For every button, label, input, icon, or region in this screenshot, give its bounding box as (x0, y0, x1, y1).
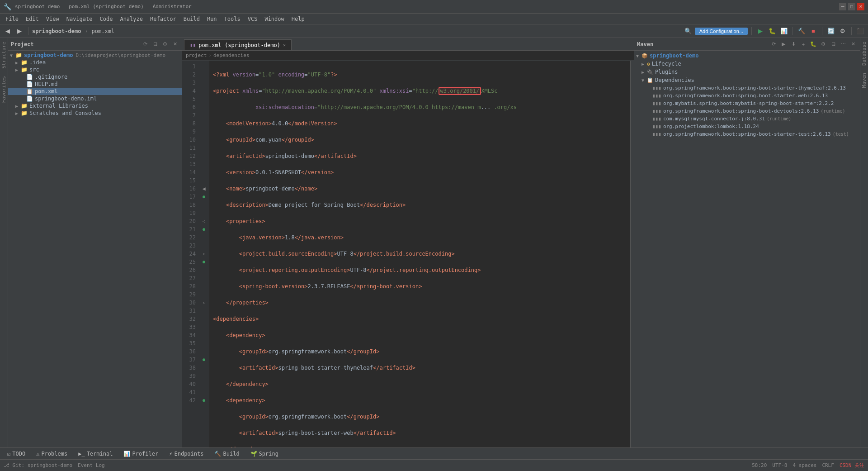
maven-collapse-button[interactable]: ⊟ (829, 40, 837, 48)
tree-root[interactable]: ▼ 📁 springboot-demo D:\ideaproject\sprin… (8, 52, 182, 59)
menu-code[interactable]: Code (96, 15, 117, 23)
maven-dep-mysql[interactable]: ▶ ▮▮▮ com.mysql:mysql-connector-j:8.0.31… (634, 115, 860, 123)
editor-tab-pom[interactable]: ▮▮ pom.xml (springboot-demo) ✕ (184, 39, 292, 50)
code-line-19: <artifactId>spring-boot-starter-thymelea… (213, 364, 627, 372)
maven-dep-test[interactable]: ▶ ▮▮▮ org.springframework.boot:spring-bo… (634, 130, 860, 138)
menu-file[interactable]: File (2, 15, 22, 23)
maven-dep-thymeleaf[interactable]: ▶ ▮▮▮ org.springframework.boot:spring-bo… (634, 84, 860, 92)
profile-button[interactable]: 📊 (779, 26, 789, 36)
app-icon: 🔧 (4, 3, 11, 10)
breadcrumb-file: pom.xml (92, 28, 115, 34)
maven-settings-button[interactable]: ⚙ (819, 40, 827, 48)
editor-area: ▮▮ pom.xml (springboot-demo) ✕ project ›… (182, 38, 634, 447)
vertical-scrollbar[interactable] (630, 61, 634, 447)
tree-help-md[interactable]: ▶ 📄 HELP.md (8, 81, 182, 88)
build-button[interactable]: 🔨 (797, 26, 807, 36)
maven-dep-mybatis[interactable]: ▶ ▮▮▮ org.mybatis.spring.boot:mybatis-sp… (634, 100, 860, 107)
bottom-tabs: ☑ TODO ⚠ Problems ▶_ Terminal 📊 Profiler… (0, 447, 868, 459)
event-log-status[interactable]: Event Log (78, 462, 105, 468)
maven-panel-close[interactable]: ✕ (849, 40, 857, 48)
minimize-button[interactable]: ─ (839, 3, 846, 10)
maven-add-button[interactable]: + (799, 40, 807, 48)
titlebar: 🔧 springboot-demo - pom.xml (springboot-… (0, 0, 868, 14)
maven-dependencies[interactable]: ▼ 📋 Dependencies (634, 76, 860, 84)
forward-button[interactable]: ▶ (14, 26, 24, 36)
git-branch-status[interactable]: ⎇ Git: springboot-demo (4, 462, 72, 468)
project-panel-title: Project (11, 41, 34, 48)
code-line-24: </dependency> (213, 445, 627, 447)
maven-debug-button[interactable]: 🐛 (809, 40, 817, 48)
breadcrumb-project[interactable]: project (186, 52, 207, 58)
code-line-5: <groupId>com.yuan</groupId> (213, 136, 627, 144)
maven-dep-web[interactable]: ▶ ▮▮▮ org.springframework.boot:spring-bo… (634, 92, 860, 100)
menu-view[interactable]: View (42, 15, 63, 23)
tab-spring[interactable]: 🌱 Spring (245, 448, 284, 459)
menu-run[interactable]: Run (203, 15, 221, 23)
run-button[interactable]: ▶ (755, 26, 765, 36)
maximize-button[interactable]: □ (848, 3, 855, 10)
right-strip: Database Maven (860, 38, 868, 447)
maven-more-button[interactable]: ⋯ (839, 40, 847, 48)
favorites-panel-label[interactable]: Favorites (0, 72, 8, 107)
tab-todo[interactable]: ☑ TODO (2, 448, 31, 459)
menu-build[interactable]: Build (180, 15, 203, 23)
tab-problems[interactable]: ⚠ Problems (31, 448, 73, 459)
search-everywhere-button[interactable]: 🔍 (683, 26, 693, 36)
settings-button[interactable]: ⚙ (838, 26, 848, 36)
tree-iml[interactable]: ▶ 📄 springboot-demo.iml (8, 95, 182, 102)
spring-label: Spring (259, 451, 278, 457)
highlighted-url: w3.org/2001/ (439, 87, 481, 95)
menu-tools[interactable]: Tools (221, 15, 244, 23)
problems-label: Problems (41, 451, 67, 457)
tree-idea[interactable]: ▶ 📁 .idea (8, 59, 182, 66)
maven-plugins[interactable]: ▶ 🔌 Plugins (634, 68, 860, 76)
menu-help[interactable]: Help (288, 15, 308, 23)
structure-panel-label[interactable]: Structure (0, 38, 8, 72)
collapse-all-button[interactable]: ⊟ (151, 40, 159, 48)
debug-button[interactable]: 🐛 (767, 26, 777, 36)
menu-window[interactable]: Window (261, 15, 288, 23)
code-line-20: </dependency> (213, 380, 627, 388)
back-button[interactable]: ◀ (3, 26, 13, 36)
tab-close-button[interactable]: ✕ (283, 43, 286, 48)
indent-status[interactable]: 4 spaces (793, 462, 816, 468)
tree-gitignore[interactable]: ▶ 📄 .gitignore (8, 73, 182, 81)
menu-refactor[interactable]: Refactor (146, 15, 180, 23)
maven-run-button[interactable]: ▶ (779, 40, 788, 48)
maven-refresh-button[interactable]: ⟳ (769, 40, 778, 48)
project-settings-button[interactable]: ⚙ (161, 40, 169, 48)
stop-button[interactable]: ■ (808, 26, 818, 36)
encoding-status[interactable]: UTF-8 (772, 462, 787, 468)
project-panel-close[interactable]: ✕ (171, 40, 179, 48)
database-panel-label[interactable]: Database (860, 38, 868, 69)
menu-edit[interactable]: Edit (22, 15, 42, 23)
maven-download-button[interactable]: ⬇ (789, 40, 797, 48)
csdn-watermark: CSDN 关注 (840, 462, 864, 469)
tab-build[interactable]: 🔨 Build (209, 448, 245, 459)
tree-pom-xml[interactable]: ▶ 📋 pom.xml (8, 88, 182, 95)
menu-navigate[interactable]: Navigate (63, 15, 96, 23)
tab-terminal[interactable]: ▶_ Terminal (73, 448, 118, 459)
update-button[interactable]: 🔄 (826, 26, 836, 36)
menu-vcs[interactable]: VCS (244, 15, 261, 23)
maven-strip-label[interactable]: Maven (860, 69, 868, 91)
maven-root[interactable]: ▼ 📦 springboot-demo (634, 52, 860, 60)
breadcrumb-dependencies[interactable]: dependencies (213, 52, 249, 58)
tree-scratches[interactable]: ▶ 📁 Scratches and Consoles (8, 109, 182, 117)
maven-lifecycle[interactable]: ▶ ⚙ Lifecycle (634, 60, 860, 68)
sync-files-button[interactable]: ⟳ (141, 40, 149, 48)
code-content[interactable]: <?xml version="1.0" encoding="UTF-8"?> <… (209, 61, 630, 447)
line-number-gutter: 1 2 3 4 5 6 7 8 9 10 11 12 13 14 15 (182, 61, 209, 447)
tab-endpoints[interactable]: ⚡ Endpoints (164, 448, 209, 459)
close-button[interactable]: ✕ (857, 3, 864, 10)
terminal-button[interactable]: ⬛ (855, 26, 865, 36)
tree-external-libs[interactable]: ▶ 📁 External Libraries (8, 102, 182, 109)
maven-dep-devtools[interactable]: ▶ ▮▮▮ org.springframework.boot:spring-bo… (634, 107, 860, 115)
tree-src[interactable]: ▶ 📁 src (8, 66, 182, 73)
maven-dep-lombok[interactable]: ▶ ▮▮▮ org.projectlombok:lombok:1.18.24 (634, 123, 860, 130)
editor-tabs: ▮▮ pom.xml (springboot-demo) ✕ (182, 38, 634, 51)
line-ending-status[interactable]: CRLF (822, 462, 834, 468)
tab-profiler[interactable]: 📊 Profiler (118, 448, 164, 459)
menu-analyze[interactable]: Analyze (116, 15, 146, 23)
add-configuration-button[interactable]: Add Configuration... (695, 28, 748, 35)
